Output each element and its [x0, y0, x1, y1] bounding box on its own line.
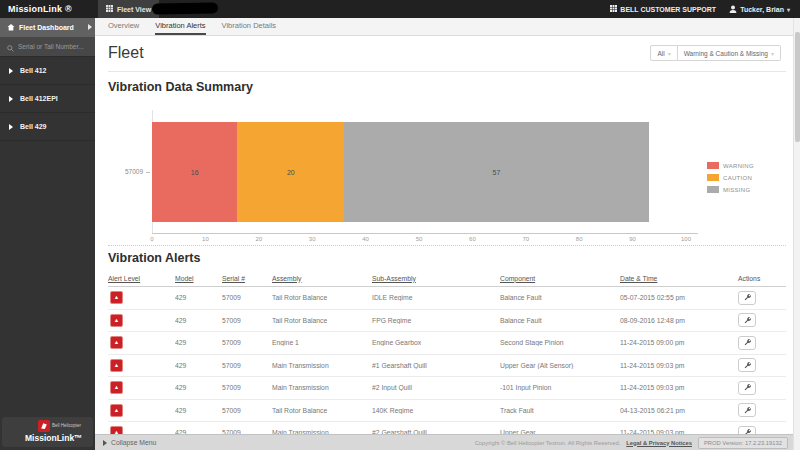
- x-tick-label: 0: [150, 236, 153, 242]
- action-button[interactable]: [738, 291, 756, 305]
- top-bar: MissionLink ® Fleet View BELL CUSTOMER S…: [0, 0, 800, 18]
- cell-actions: [738, 403, 786, 417]
- cell-alert-level: ▲: [108, 404, 175, 417]
- warning-alert-icon: ▲: [110, 381, 123, 394]
- sidebar-item-bell-412epi[interactable]: Bell 412EPI: [0, 85, 95, 113]
- y-axis-tick: [146, 172, 150, 173]
- sidebar-item-bell-429[interactable]: Bell 429: [0, 113, 95, 141]
- segment-value: 16: [191, 169, 199, 176]
- collapse-menu-button[interactable]: Collapse Menu: [103, 439, 156, 446]
- cell-component: Balance Fault: [500, 294, 620, 301]
- action-button[interactable]: [738, 336, 756, 350]
- vertical-scrollbar[interactable]: [793, 18, 800, 450]
- cell-sub-assembly: #2 Input Quill: [372, 384, 500, 391]
- cell-serial: 57009: [222, 294, 272, 301]
- col-header-model[interactable]: Model: [175, 275, 222, 282]
- top-bar-right: BELL CUSTOMER SUPPORT Tucker, Brian ▾: [610, 0, 790, 18]
- cell-assembly: Tail Rotor Balance: [272, 317, 372, 324]
- legal-privacy-link[interactable]: Legal & Privacy Notices: [626, 440, 692, 446]
- action-button[interactable]: [738, 313, 756, 327]
- filter-label: Warning & Caution & Missing: [684, 50, 768, 57]
- legend-swatch: [707, 186, 719, 193]
- caret-down-icon: ▾: [787, 6, 790, 13]
- action-button[interactable]: [738, 403, 756, 417]
- col-header-actions: Actions: [738, 275, 786, 282]
- tab-vibration-details[interactable]: Vibration Details: [222, 18, 276, 35]
- x-tick-label: 10: [202, 236, 209, 242]
- dashboard-icon: [7, 24, 15, 32]
- action-button[interactable]: [738, 381, 756, 395]
- cell-datetime: 05-07-2015 02:55 pm: [620, 294, 738, 301]
- legend-swatch: [707, 162, 719, 169]
- col-header-date-time[interactable]: Date & Time: [620, 275, 738, 282]
- cell-assembly: Engine 1: [272, 339, 372, 346]
- warning-alert-icon: ▲: [110, 336, 123, 349]
- filter-label: All: [657, 50, 664, 57]
- filter-dropdown-warning-caution-missing[interactable]: Warning & Caution & Missing▾: [678, 45, 781, 61]
- tab-overview[interactable]: Overview: [108, 18, 139, 35]
- section-divider: [108, 245, 786, 246]
- alert-row: ▲42957009Tail Rotor BalanceIDLE RegimeBa…: [108, 287, 786, 310]
- sidebar-item-fleet-dashboard[interactable]: Fleet Dashboard: [0, 18, 95, 37]
- chevron-right-icon: [9, 68, 13, 74]
- cell-actions: [738, 291, 786, 305]
- legend-swatch: [707, 174, 719, 181]
- sidebar-item-label: Bell 412EPI: [20, 95, 58, 102]
- version-badge: PROD Version: 17.2.23.19132: [698, 437, 788, 449]
- filter-dropdown-all[interactable]: All▾: [650, 45, 677, 61]
- bar-segment-caution: 20: [237, 122, 344, 222]
- tab-vibration-alerts[interactable]: Vibration Alerts: [155, 18, 205, 35]
- cell-alert-level: ▲: [108, 314, 175, 327]
- support-label: BELL CUSTOMER SUPPORT: [620, 6, 716, 13]
- col-header-component[interactable]: Component: [500, 275, 620, 282]
- cell-serial: 57009: [222, 384, 272, 391]
- wrench-icon: [743, 403, 752, 417]
- segment-value: 20: [287, 169, 295, 176]
- action-button[interactable]: [738, 358, 756, 372]
- cell-sub-assembly: 140K Regime: [372, 407, 500, 414]
- chevron-right-icon: [9, 124, 13, 130]
- cell-assembly: Tail Rotor Balance: [272, 294, 372, 301]
- customer-support-menu[interactable]: BELL CUSTOMER SUPPORT: [610, 5, 716, 13]
- bar-segment-missing: 57: [344, 122, 648, 222]
- cell-sub-assembly: FPG Regime: [372, 317, 500, 324]
- cell-model: 429: [175, 407, 222, 414]
- cell-actions: [738, 336, 786, 350]
- alerts-heading: Vibration Alerts: [108, 251, 200, 265]
- cell-actions: [738, 313, 786, 327]
- sidebar-search: [0, 37, 95, 57]
- page-title: Fleet: [108, 44, 144, 62]
- col-header-serial[interactable]: Serial #: [222, 275, 272, 282]
- col-header-sub-assembly[interactable]: Sub-Assembly: [372, 275, 500, 282]
- sidebar-item-label: Bell 412: [20, 67, 46, 74]
- title-divider: [108, 71, 786, 72]
- x-tick-label: 80: [576, 236, 583, 242]
- fleet-view-tab[interactable]: Fleet View: [98, 0, 159, 18]
- user-menu[interactable]: Tucker, Brian ▾: [729, 5, 790, 14]
- sidebar: Fleet Dashboard Bell 412Bell 412EPIBell …: [0, 18, 95, 450]
- col-header-alert-level[interactable]: Alert Level: [108, 275, 175, 282]
- copyright-text: Copyright © Bell Helicopter Textron. All…: [475, 440, 621, 446]
- grid-icon: [106, 5, 113, 13]
- cell-alert-level: ▲: [108, 359, 175, 372]
- scrollbar-thumb[interactable]: [795, 32, 800, 142]
- cell-serial: 57009: [222, 407, 272, 414]
- x-axis-line: [152, 233, 698, 234]
- caret-down-icon: ▾: [668, 50, 671, 57]
- cell-datetime: 11-24-2015 09:03 pm: [620, 384, 738, 391]
- search-input[interactable]: [18, 43, 90, 50]
- alerts-table-header: Alert LevelModelSerial #AssemblySub-Asse…: [108, 270, 786, 287]
- wrench-icon: [743, 336, 752, 350]
- cell-component: Second Stage Pinion: [500, 339, 620, 346]
- cell-alert-level: ▲: [108, 336, 175, 349]
- cell-component: -101 Input Pinion: [500, 384, 620, 391]
- main-content: OverviewVibration AlertsVibration Detail…: [95, 18, 793, 450]
- col-header-assembly[interactable]: Assembly: [272, 275, 372, 282]
- sidebar-item-bell-412[interactable]: Bell 412: [0, 57, 95, 85]
- cell-sub-assembly: Engine Gearbox: [372, 339, 500, 346]
- missionlink-app: MissionLink ® Fleet View BELL CUSTOMER S…: [0, 0, 800, 450]
- chevron-right-icon: [9, 96, 13, 102]
- wrench-icon: [743, 381, 752, 395]
- cell-serial: 57009: [222, 339, 272, 346]
- alert-row: ▲42957009Tail Rotor BalanceFPG RegimeBal…: [108, 310, 786, 333]
